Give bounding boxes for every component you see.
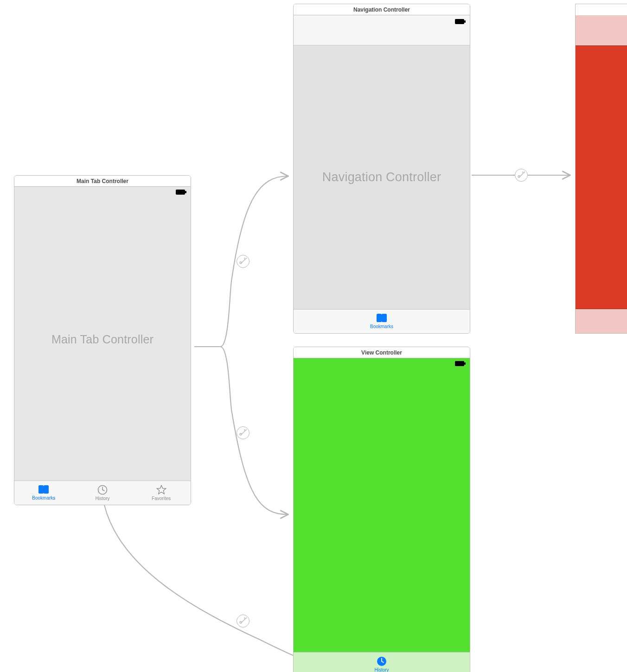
favorites-icon (156, 485, 166, 495)
tab-label: Bookmarks (32, 495, 55, 501)
scene-title: View Controller (294, 347, 470, 358)
svg-rect-1 (185, 191, 186, 193)
battery-icon (455, 19, 466, 24)
segue-badge-relationship[interactable] (237, 426, 250, 439)
battery-icon (176, 190, 187, 195)
battery-icon (455, 361, 466, 366)
placeholder-label: Main Tab Controller (51, 333, 154, 346)
svg-rect-4 (464, 20, 466, 23)
scene-title: Main Tab Controller (14, 176, 191, 187)
bookmarks-icon (376, 314, 388, 323)
svg-rect-3 (455, 19, 464, 24)
tab-label: Bookmarks (370, 324, 393, 329)
tab-item-history[interactable]: History (294, 653, 470, 672)
scene-content: Main Tab Controller (14, 198, 191, 481)
placeholder-label: Navigation Controller (322, 170, 441, 184)
segue-badge-relationship[interactable] (237, 255, 250, 268)
svg-rect-6 (464, 362, 466, 365)
tab-item-bookmarks[interactable]: Bookmarks (294, 310, 470, 333)
segue-badge-relationship[interactable] (237, 615, 250, 628)
navigation-bar (294, 15, 470, 45)
tab-label: History (374, 667, 389, 672)
tab-bar: Bookmarks (294, 309, 470, 333)
scene-navigation-controller[interactable]: Navigation Controller Navigation Control… (293, 4, 470, 334)
scene-content (294, 369, 470, 652)
status-bar (14, 187, 191, 198)
tab-bar: History (294, 652, 470, 672)
history-icon (377, 656, 387, 666)
scene-main-tab-controller[interactable]: Main Tab Controller Main Tab Controller … (14, 175, 191, 505)
tab-label: Favorites (152, 496, 171, 501)
bookmarks-icon (38, 485, 50, 494)
tab-item-favorites[interactable]: Favorites (132, 481, 191, 505)
tab-item-bookmarks[interactable]: Bookmarks (14, 481, 73, 505)
scene-content: Navigation Controller (294, 45, 470, 309)
svg-rect-0 (176, 190, 185, 195)
scene-view-controller-green[interactable]: View Controller History (293, 347, 470, 672)
tab-label: History (95, 496, 109, 501)
svg-rect-5 (455, 361, 464, 366)
scene-title: Navigation Controller (294, 4, 470, 15)
status-bar (294, 358, 470, 369)
top-bar-region (576, 15, 627, 45)
tab-item-history[interactable]: History (73, 481, 132, 505)
segue-badge-relationship[interactable] (515, 169, 528, 182)
history-icon (97, 485, 108, 495)
tab-bar-region (576, 309, 627, 333)
scene-red-partial[interactable] (575, 4, 627, 334)
scene-title (576, 4, 627, 15)
scene-content (576, 45, 627, 309)
tab-bar: Bookmarks History Favorites (14, 481, 191, 505)
